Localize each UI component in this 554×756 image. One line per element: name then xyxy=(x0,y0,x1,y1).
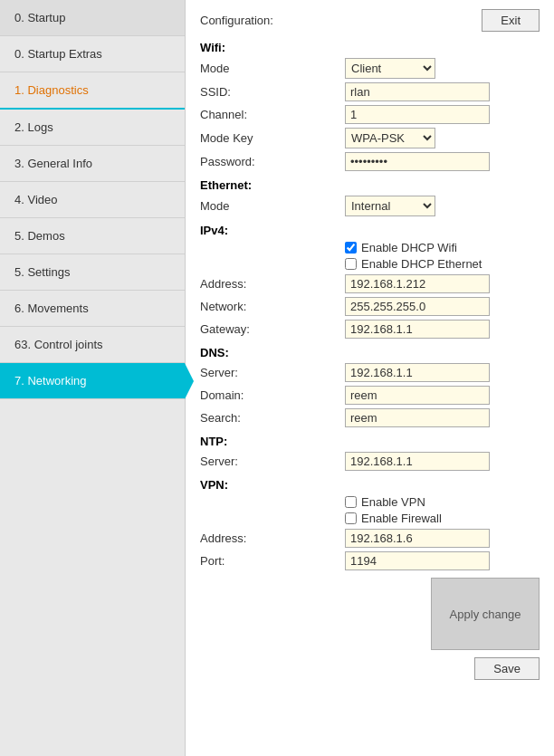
sidebar-item-settings[interactable]: 5. Settings xyxy=(0,254,185,291)
sidebar-item-startup-extras[interactable]: 0. Startup Extras xyxy=(0,36,185,72)
save-btn-container: Save xyxy=(200,657,540,680)
dns-search-row: Search: xyxy=(200,408,540,427)
wifi-modekey-row: Mode Key WPA-PSK WPA2-PSK None xyxy=(200,128,540,148)
sidebar-item-diagnostics[interactable]: 1. Diagnostics xyxy=(0,72,185,110)
sidebar-item-demos[interactable]: 5. Demos xyxy=(0,218,185,254)
ipv4-gateway-row: Gateway: xyxy=(200,320,540,339)
ipv4-section-title: IPv4: xyxy=(200,224,540,237)
wifi-ssid-label: SSID: xyxy=(200,85,345,99)
wifi-mode-select[interactable]: Client AP Disabled xyxy=(345,58,435,79)
dns-domain-input[interactable] xyxy=(345,386,490,405)
wifi-ssid-input[interactable] xyxy=(345,82,490,101)
wifi-ssid-row: SSID: xyxy=(200,82,540,101)
wifi-channel-row: Channel: xyxy=(200,105,540,124)
save-button[interactable]: Save xyxy=(474,657,540,680)
sidebar-item-startup[interactable]: 0. Startup xyxy=(0,0,185,36)
ipv4-address-row: Address: xyxy=(200,274,540,293)
wifi-section-title: Wifi: xyxy=(200,41,540,54)
dns-search-label: Search: xyxy=(200,411,345,425)
wifi-channel-input[interactable] xyxy=(345,105,490,124)
enable-dhcp-ethernet-label: Enable DHCP Ethernet xyxy=(361,257,482,271)
apply-change-button[interactable]: Apply change xyxy=(431,578,540,650)
enable-firewall-checkbox[interactable] xyxy=(345,512,357,524)
sidebar: 0. Startup 0. Startup Extras 1. Diagnost… xyxy=(0,0,186,756)
ntp-server-label: Server: xyxy=(200,455,345,468)
exit-button[interactable]: Exit xyxy=(482,9,540,32)
sidebar-item-networking[interactable]: 7. Networking xyxy=(0,363,185,399)
ipv4-address-input[interactable] xyxy=(345,274,490,293)
ipv4-address-label: Address: xyxy=(200,277,345,291)
dns-server-row: Server: xyxy=(200,363,540,382)
wifi-channel-label: Channel: xyxy=(200,108,345,121)
dns-server-label: Server: xyxy=(200,366,345,379)
wifi-password-row: Password: xyxy=(200,152,540,171)
sidebar-item-logs[interactable]: 2. Logs xyxy=(0,110,185,146)
enable-vpn-row: Enable VPN xyxy=(345,495,540,509)
wifi-password-input[interactable] xyxy=(345,152,490,171)
dns-server-input[interactable] xyxy=(345,363,490,382)
enable-firewall-row: Enable Firewall xyxy=(345,512,540,525)
dns-domain-label: Domain: xyxy=(200,388,345,402)
wifi-modekey-label: Mode Key xyxy=(200,131,345,145)
wifi-mode-label: Mode xyxy=(200,62,345,75)
enable-dhcp-ethernet-row: Enable DHCP Ethernet xyxy=(345,257,540,271)
vpn-section-title: VPN: xyxy=(200,478,540,492)
ipv4-network-input[interactable] xyxy=(345,297,490,316)
ethernet-section-title: Ethernet: xyxy=(200,178,540,192)
ethernet-mode-row: Mode Internal External Disabled xyxy=(200,196,540,216)
enable-vpn-checkbox[interactable] xyxy=(345,496,357,508)
dns-section-title: DNS: xyxy=(200,346,540,359)
main-content: Configuration: Exit Wifi: Mode Client AP… xyxy=(186,0,554,756)
vpn-port-input[interactable] xyxy=(345,551,490,570)
dns-domain-row: Domain: xyxy=(200,386,540,405)
vpn-address-label: Address: xyxy=(200,531,345,545)
vpn-address-input[interactable] xyxy=(345,529,490,548)
ipv4-gateway-input[interactable] xyxy=(345,320,490,339)
wifi-mode-row: Mode Client AP Disabled xyxy=(200,58,540,79)
ipv4-network-label: Network: xyxy=(200,300,345,313)
enable-dhcp-wifi-row: Enable DHCP Wifi xyxy=(345,241,540,254)
enable-dhcp-ethernet-checkbox[interactable] xyxy=(345,258,357,270)
sidebar-item-movements[interactable]: 6. Movements xyxy=(0,291,185,327)
ntp-server-row: Server: xyxy=(200,452,540,471)
enable-vpn-label: Enable VPN xyxy=(361,495,425,509)
dns-search-input[interactable] xyxy=(345,408,490,427)
wifi-password-label: Password: xyxy=(200,155,345,168)
sidebar-item-general-info[interactable]: 3. General Info xyxy=(0,146,185,182)
vpn-port-row: Port: xyxy=(200,551,540,570)
ipv4-network-row: Network: xyxy=(200,297,540,316)
enable-firewall-label: Enable Firewall xyxy=(361,512,442,525)
ntp-server-input[interactable] xyxy=(345,452,490,471)
sidebar-item-control-joints[interactable]: 63. Control joints xyxy=(0,327,185,363)
apply-btn-container: Apply change xyxy=(200,578,540,650)
vpn-address-row: Address: xyxy=(200,529,540,548)
ethernet-mode-select[interactable]: Internal External Disabled xyxy=(345,196,435,216)
config-label: Configuration: xyxy=(200,14,273,27)
enable-dhcp-wifi-label: Enable DHCP Wifi xyxy=(361,241,457,254)
ntp-section-title: NTP: xyxy=(200,435,540,448)
config-header: Configuration: Exit xyxy=(200,9,540,32)
ipv4-gateway-label: Gateway: xyxy=(200,322,345,336)
wifi-modekey-select[interactable]: WPA-PSK WPA2-PSK None xyxy=(345,128,435,148)
enable-dhcp-wifi-checkbox[interactable] xyxy=(345,242,357,254)
vpn-port-label: Port: xyxy=(200,554,345,568)
sidebar-item-video[interactable]: 4. Video xyxy=(0,182,185,218)
ethernet-mode-label: Mode xyxy=(200,199,345,213)
